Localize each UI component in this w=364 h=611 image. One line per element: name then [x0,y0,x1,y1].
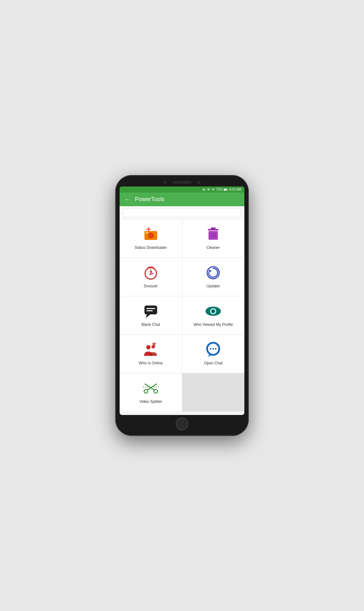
grid-item-snoozer[interactable]: Z Snoozer [120,258,182,296]
camera-dot [164,181,167,184]
status-icons: 72% 8:01 AM [202,188,241,191]
who-online-icon [143,342,159,358]
who-viewed-label: Who Viewed My Profile [193,322,233,327]
grid-item-updater[interactable]: Updater [182,258,245,296]
svg-point-37 [215,348,217,350]
svg-rect-10 [211,228,216,229]
svg-rect-21 [144,306,157,314]
grid-item-video-splitter[interactable]: Video Splitter [120,373,182,411]
battery-icon [224,188,228,191]
who-viewed-icon [205,303,221,319]
svg-point-36 [213,348,214,350]
open-chat-icon [205,342,221,358]
wifi-icon [207,188,210,191]
status-downloader-icon [143,226,159,242]
phone-device: 72% 8:01 AM ← PowerTools [115,175,249,436]
svg-marker-20 [209,270,212,273]
svg-rect-23 [146,308,155,309]
mute-icon [202,188,206,191]
open-chat-label: Open Chat [204,361,222,366]
blank-chat-label: Blank Chat [141,322,160,327]
updater-icon [205,265,221,281]
phone-camera-row [120,181,244,184]
video-splitter-label: Video Splitter [139,399,162,404]
svg-rect-1 [224,189,227,190]
svg-rect-6 [146,232,148,234]
svg-point-32 [153,345,155,346]
time-display: 8:01 AM [229,188,241,191]
svg-rect-24 [146,310,153,311]
sensor-dot [197,181,200,184]
svg-point-35 [210,348,212,350]
grid-item-blank-chat[interactable]: Blank Chat [120,296,182,334]
back-button[interactable]: ← [124,196,130,203]
grid-item-open-chat[interactable]: Open Chat [182,335,245,373]
search-input-wrap[interactable] [123,208,241,217]
app-bar: ← PowerTools [120,193,244,206]
svg-point-5 [149,234,153,237]
grid-item-who-online[interactable]: Who Is Online [120,335,182,373]
snoozer-icon: Z [143,265,159,281]
svg-rect-8 [148,227,149,232]
svg-rect-12 [211,233,212,238]
app-title: PowerTools [135,196,164,203]
who-online-label: Who Is Online [139,361,163,366]
cleaner-label: Cleaner [206,245,220,250]
svg-marker-22 [146,314,150,318]
grid-item-who-viewed[interactable]: Who Viewed My Profile [182,296,245,334]
updater-label: Updater [206,284,220,289]
svg-rect-14 [215,233,216,238]
grid-item-cleaner[interactable]: Cleaner [182,219,245,257]
phone-bottom [120,418,244,430]
svg-rect-13 [213,233,214,238]
cleaner-icon [205,226,221,242]
battery-percentage: 72% [216,188,222,191]
grid-item-status-downloader[interactable]: Status Downloader [120,219,182,257]
video-splitter-icon [143,380,159,396]
snoozer-label: Snoozer [144,284,158,289]
svg-point-28 [212,310,214,312]
tools-grid: Status Downloader [120,219,244,411]
home-button[interactable] [176,418,188,430]
grid-container: Status Downloader [120,219,244,415]
svg-point-30 [146,345,150,349]
status-bar: 72% 8:01 AM [120,186,244,193]
search-bar [120,206,244,219]
svg-rect-2 [228,189,228,190]
phone-screen: 72% 8:01 AM ← PowerTools [120,186,244,415]
status-downloader-label: Status Downloader [135,245,167,250]
speaker [172,181,192,184]
blank-chat-icon [143,303,159,319]
signal-icon [212,188,215,191]
